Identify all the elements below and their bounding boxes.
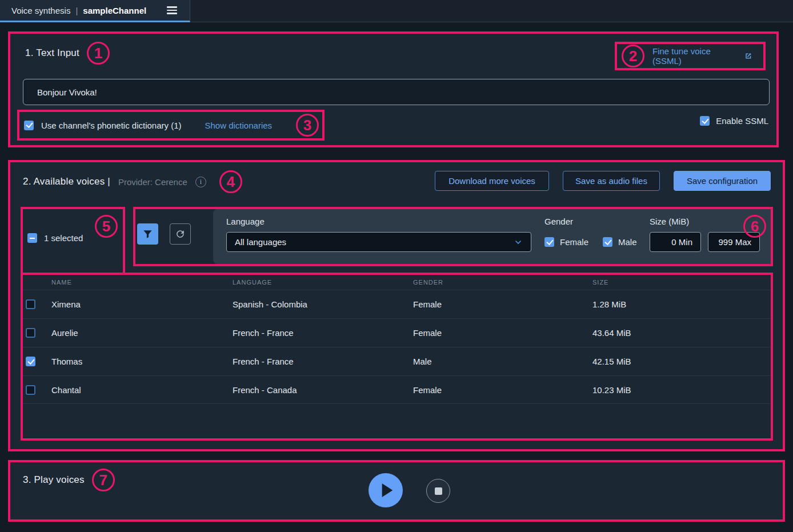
annotation-callout-7: 7: [92, 469, 115, 491]
show-dictionaries-link[interactable]: Show dictionaries: [205, 121, 273, 130]
voice-gender: Female: [413, 385, 592, 395]
chevron-down-icon: [514, 238, 523, 247]
header-gender[interactable]: GENDER: [413, 279, 592, 286]
voice-gender: Female: [413, 299, 592, 309]
external-link-icon: [744, 51, 753, 61]
annotation-callout-5: 5: [95, 215, 118, 238]
save-configuration-button[interactable]: Save configuration: [674, 171, 771, 191]
table-row[interactable]: XimenaSpanish - ColombiaFemale1.28 MiB: [23, 290, 771, 318]
annotation-box-fine-tune: 2 Fine tune voice (SSML): [615, 42, 766, 70]
voice-size: 42.15 MiB: [592, 357, 771, 366]
size-min-input[interactable]: [650, 232, 701, 252]
annotation-callout-4: 4: [219, 170, 242, 193]
top-bar: Voice synthesis | sampleChannel: [0, 0, 793, 22]
refresh-button[interactable]: [170, 223, 191, 245]
synthesis-text-input[interactable]: [23, 79, 770, 105]
voice-size: 10.23 MiB: [592, 385, 771, 395]
selected-count-label: 1 selected: [44, 233, 83, 243]
voice-name: Thomas: [51, 357, 233, 366]
voice-name: Aurelie: [51, 328, 233, 338]
annotation-callout-1: 1: [87, 42, 110, 65]
row-checkbox[interactable]: [26, 385, 35, 395]
title-divider: |: [75, 6, 78, 15]
annotation-box-filters: Language All languages Gender Female Mal…: [133, 207, 773, 266]
annotation-box-voice-table: NAME LANGUAGE GENDER SIZE XimenaSpanish …: [21, 273, 773, 441]
voice-language: Spanish - Colombia: [233, 299, 413, 309]
annotation-callout-6: 6: [743, 215, 766, 238]
male-filter-checkbox[interactable]: Male: [603, 237, 637, 247]
language-label: Language: [226, 217, 265, 226]
select-all-checkbox[interactable]: [27, 233, 37, 243]
phonetic-dictionary-checkbox[interactable]: [24, 121, 34, 130]
info-icon[interactable]: i: [195, 177, 206, 187]
voice-gender: Female: [413, 328, 592, 338]
table-row[interactable]: ThomasFrench - FranceMale42.15 MiB: [23, 347, 771, 375]
annotation-box-phonetic: Use channel's phonetic dictionary (1) Sh…: [17, 110, 325, 141]
table-header-row: NAME LANGUAGE GENDER SIZE: [23, 275, 771, 290]
female-checkbox[interactable]: [544, 237, 554, 247]
voice-language: French - Canada: [233, 385, 413, 395]
section-text-input: 1. Text Input 1 2 Fine tune voice (SSML)…: [8, 31, 779, 147]
play-button[interactable]: [369, 473, 403, 507]
table-row[interactable]: AurelieFrench - FranceFemale43.64 MiB: [23, 318, 771, 347]
enable-ssml-label: Enable SSML: [716, 116, 768, 126]
gender-label: Gender: [544, 217, 573, 226]
male-label: Male: [618, 237, 637, 247]
table-row[interactable]: ChantalFrench - CanadaFemale10.23 MiB: [23, 375, 771, 404]
filter-button[interactable]: [137, 223, 158, 245]
voice-size: 43.64 MiB: [592, 328, 771, 338]
voice-gender: Male: [413, 357, 592, 366]
app-title: Voice synthesis: [11, 6, 70, 15]
language-select[interactable]: All languages: [226, 232, 531, 252]
voice-size: 1.28 MiB: [592, 299, 771, 309]
female-filter-checkbox[interactable]: Female: [544, 237, 588, 247]
play-icon: [381, 483, 394, 497]
fine-tune-ssml-link[interactable]: Fine tune voice (SSML): [652, 46, 753, 66]
annotation-callout-2: 2: [622, 45, 644, 67]
section2-title: 2. Available voices |: [23, 176, 110, 187]
hamburger-menu-icon[interactable]: [167, 6, 177, 14]
header-size[interactable]: SIZE: [592, 279, 771, 286]
filter-panel: Language All languages Gender Female Mal…: [213, 209, 771, 264]
section-available-voices: 2. Available voices | Provider: Cerence …: [8, 160, 785, 451]
voice-name: Ximena: [51, 299, 233, 309]
save-as-audio-files-button[interactable]: Save as audio files: [563, 171, 660, 191]
annotation-callout-3: 3: [296, 114, 319, 137]
row-checkbox[interactable]: [26, 328, 35, 338]
download-more-voices-button[interactable]: Download more voices: [435, 171, 549, 191]
section3-title: 3. Play voices: [23, 474, 85, 486]
voice-synthesis-app: Voice synthesis | sampleChannel 1. Text …: [0, 0, 793, 532]
row-checkbox[interactable]: [26, 299, 35, 309]
provider-label: Provider: Cerence: [118, 177, 187, 187]
phonetic-dictionary-label: Use channel's phonetic dictionary (1): [41, 121, 182, 130]
voice-language: French - France: [233, 328, 413, 338]
male-checkbox[interactable]: [603, 237, 612, 247]
channel-tab[interactable]: Voice synthesis | sampleChannel: [0, 0, 190, 22]
header-name[interactable]: NAME: [51, 279, 233, 286]
stop-button[interactable]: [426, 479, 450, 503]
voice-table-body: XimenaSpanish - ColombiaFemale1.28 MiBAu…: [23, 290, 771, 404]
stop-icon: [435, 487, 442, 495]
section1-title: 1. Text Input: [25, 47, 79, 59]
voice-language: French - France: [233, 357, 413, 366]
refresh-icon: [175, 229, 186, 239]
row-checkbox[interactable]: [26, 357, 35, 366]
filter-funnel-icon: [142, 229, 153, 239]
section-play-voices: 3. Play voices 7: [8, 460, 785, 522]
channel-name: sampleChannel: [83, 6, 146, 15]
voice-name: Chantal: [51, 385, 233, 395]
size-label: Size (MiB): [650, 217, 689, 226]
top-bar-spacer: [190, 0, 793, 22]
female-label: Female: [560, 237, 588, 247]
header-language[interactable]: LANGUAGE: [233, 279, 413, 286]
enable-ssml-checkbox[interactable]: [700, 116, 710, 126]
annotation-box-selection: 1 selected 5: [21, 207, 125, 275]
